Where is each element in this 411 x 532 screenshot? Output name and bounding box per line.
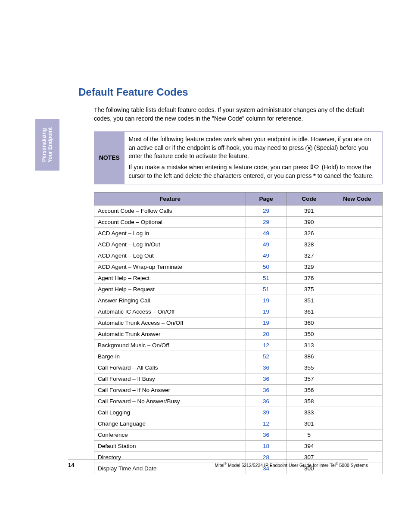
- cell-newcode: [332, 239, 382, 250]
- cell-newcode: [332, 395, 382, 407]
- cell-page-link[interactable]: 36: [246, 429, 286, 440]
- hold-key-icon: [310, 163, 320, 172]
- intro-paragraph: The following table lists default featur…: [94, 106, 368, 123]
- cell-newcode: [332, 261, 382, 272]
- table-row: Default Station18394: [94, 440, 383, 451]
- table-row: ACD Agent – Log Out49327: [94, 250, 383, 261]
- cell-page-link[interactable]: 12: [246, 339, 286, 351]
- table-row: Conference365: [94, 429, 383, 440]
- cell-code: 333: [286, 407, 332, 418]
- cell-feature: Call Forward – If No Answer: [94, 384, 246, 395]
- table-row: ACD Agent – Log In49326: [94, 227, 383, 239]
- cell-code: 358: [286, 395, 332, 407]
- cell-feature: Call Logging: [94, 407, 246, 418]
- table-row: ACD Agent – Log In/Out49328: [94, 239, 383, 250]
- cell-page-link[interactable]: 36: [246, 362, 286, 373]
- table-row: Automatic Trunk Access – On/Off19360: [94, 317, 383, 328]
- cell-code: 376: [286, 272, 332, 283]
- cell-code: 394: [286, 440, 332, 451]
- cell-newcode: [332, 250, 382, 261]
- cell-page-link[interactable]: 29: [246, 205, 286, 216]
- cell-page-link[interactable]: 51: [246, 283, 286, 295]
- cell-feature: Background Music – On/Off: [94, 339, 246, 351]
- notes-text: to cancel the feature.: [318, 172, 374, 179]
- cell-code: 390: [286, 216, 332, 227]
- table-row: Call Forward – If Busy36357: [94, 373, 383, 384]
- cell-code: 357: [286, 373, 332, 384]
- cell-feature: Account Code – Optional: [94, 216, 246, 227]
- cell-code: 328: [286, 239, 332, 250]
- cell-feature: Automatic Trunk Access – On/Off: [94, 317, 246, 328]
- cell-feature: Change Language: [94, 418, 246, 429]
- cell-feature: Automatic IC Access – On/Off: [94, 306, 246, 317]
- col-page: Page: [246, 192, 286, 205]
- table-row: Agent Help – Reject51376: [94, 272, 383, 283]
- table-row: Automatic Trunk Answer20350: [94, 328, 383, 339]
- cell-page-link[interactable]: 51: [246, 272, 286, 283]
- table-row: Call Forward – If No Answer36356: [94, 384, 383, 395]
- page-title: Default Feature Codes: [78, 86, 368, 98]
- cell-page-link[interactable]: 36: [246, 373, 286, 384]
- cell-page-link[interactable]: 36: [246, 384, 286, 395]
- cell-page-link[interactable]: 19: [246, 295, 286, 306]
- table-row: Account Code – Follow Calls29391: [94, 205, 383, 216]
- cell-feature: ACD Agent – Wrap-up Terminate: [94, 261, 246, 272]
- cell-feature: Automatic Trunk Answer: [94, 328, 246, 339]
- cell-page-link[interactable]: 36: [246, 395, 286, 407]
- cell-newcode: [332, 339, 382, 351]
- cell-feature: ACD Agent – Log In: [94, 227, 246, 239]
- cell-page-link[interactable]: 52: [246, 351, 286, 362]
- cell-newcode: [332, 384, 382, 395]
- table-row: Account Code – Optional29390: [94, 216, 383, 227]
- cell-feature: Default Station: [94, 440, 246, 451]
- cell-code: 356: [286, 384, 332, 395]
- table-header-row: Feature Page Code New Code: [94, 192, 383, 205]
- cell-code: 326: [286, 227, 332, 239]
- footer-doc-title: Mitel® Model 5212/5224 IP Endpoint User …: [215, 462, 368, 468]
- cell-code: 329: [286, 261, 332, 272]
- cell-page-link[interactable]: 50: [246, 261, 286, 272]
- cell-page-link[interactable]: 19: [246, 306, 286, 317]
- side-tab: PersonalizingYour Endpoint: [35, 119, 59, 171]
- table-row: Change Language12301: [94, 418, 383, 429]
- cell-page-link[interactable]: 39: [246, 407, 286, 418]
- cell-newcode: [332, 317, 382, 328]
- table-row: Background Music – On/Off12313: [94, 339, 383, 351]
- cell-page-link[interactable]: 29: [246, 216, 286, 227]
- page-number: 14: [68, 462, 74, 468]
- cell-newcode: [332, 429, 382, 440]
- cell-newcode: [332, 295, 382, 306]
- cell-code: 355: [286, 362, 332, 373]
- cell-page-link[interactable]: 49: [246, 250, 286, 261]
- cell-code: 313: [286, 339, 332, 351]
- cell-newcode: [332, 373, 382, 384]
- special-key-icon: ✕: [305, 145, 312, 152]
- cell-page-link[interactable]: 19: [246, 317, 286, 328]
- notes-body: Most of the following feature codes work…: [125, 132, 383, 184]
- col-feature: Feature: [94, 192, 246, 205]
- cell-newcode: [332, 283, 382, 295]
- cell-feature: ACD Agent – Log In/Out: [94, 239, 246, 250]
- cell-code: 375: [286, 283, 332, 295]
- cell-newcode: [332, 418, 382, 429]
- notes-label: NOTES: [94, 132, 125, 184]
- cell-feature: Call Forward – No Answer/Busy: [94, 395, 246, 407]
- cell-code: 360: [286, 317, 332, 328]
- cell-code: 327: [286, 250, 332, 261]
- table-row: Automatic IC Access – On/Off19361: [94, 306, 383, 317]
- table-row: Answer Ringing Call19351: [94, 295, 383, 306]
- cell-code: 391: [286, 205, 332, 216]
- cell-feature: Account Code – Follow Calls: [94, 205, 246, 216]
- col-code: Code: [286, 192, 332, 205]
- cell-feature: Agent Help – Request: [94, 283, 246, 295]
- cell-page-link[interactable]: 49: [246, 239, 286, 250]
- cell-page-link[interactable]: 12: [246, 418, 286, 429]
- cell-code: 5: [286, 429, 332, 440]
- cell-page-link[interactable]: 49: [246, 227, 286, 239]
- cell-page-link[interactable]: 20: [246, 328, 286, 339]
- table-row: Call Forward – No Answer/Busy36358: [94, 395, 383, 407]
- cell-newcode: [332, 272, 382, 283]
- table-row: Barge-in52386: [94, 351, 383, 362]
- cell-page-link[interactable]: 18: [246, 440, 286, 451]
- cell-newcode: [332, 362, 382, 373]
